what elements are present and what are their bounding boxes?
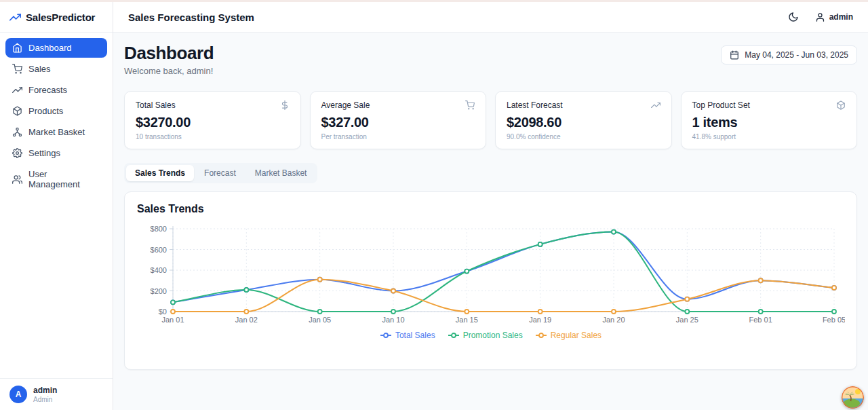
data-point[interactable] [244, 288, 248, 292]
chart-title: Sales Trends [137, 203, 844, 215]
moon-icon [788, 12, 799, 22]
data-point[interactable] [612, 230, 616, 234]
app-root: SalesPredictor Dashboard Sales Forecasts… [0, 2, 868, 410]
series-promotion-sales [171, 230, 836, 314]
sidebar-item-label: Settings [28, 148, 60, 158]
x-axis-tick-label: Jan 05 [309, 316, 331, 324]
stat-card-latest-forecast: Latest Forecast $2098.60 90.0% confidenc… [495, 91, 672, 149]
sales-trends-chart-card: Sales Trends $0$200$400$600$800Jan 01Jan… [124, 191, 857, 370]
tab-market-basket[interactable]: Market Basket [246, 165, 316, 181]
avatar: A [9, 386, 27, 403]
data-point[interactable] [465, 269, 469, 274]
stat-card-average-sale: Average Sale $327.00 Per transaction [310, 91, 487, 149]
topbar-title: Sales Forecasting System [128, 12, 254, 23]
sidebar-item-sales[interactable]: Sales [5, 59, 107, 79]
legend-item-total-sales: Total Sales [380, 331, 435, 340]
date-range-button[interactable]: May 04, 2025 - Jun 03, 2025 [721, 45, 857, 64]
data-point[interactable] [318, 278, 322, 282]
topbar: Sales Forecasting System admin [113, 2, 868, 33]
y-axis-tick-label: $200 [151, 287, 167, 295]
sidebar-item-dashboard[interactable]: Dashboard [5, 38, 107, 58]
data-point[interactable] [391, 310, 395, 314]
data-point[interactable] [171, 310, 175, 314]
legend-marker-icon [380, 332, 392, 339]
tab-forecast[interactable]: Forecast [195, 165, 245, 181]
home-icon [12, 43, 22, 53]
page-subtitle: Welcome back, admin! [124, 66, 214, 76]
package-icon [836, 100, 846, 110]
app-logo[interactable]: SalesPredictor [0, 2, 113, 33]
chart-axes: $0$200$400$600$800Jan 01Jan 02Jan 05Jan … [151, 225, 845, 324]
topbar-user-menu[interactable]: admin [815, 12, 853, 22]
x-axis-tick-label: Feb 05 [823, 316, 845, 324]
main-column: Sales Forecasting System admin Dashboard… [113, 2, 868, 410]
trending-up-icon [9, 12, 21, 23]
user-icon [815, 12, 825, 22]
legend-item-promotion-sales: Promotion Sales [448, 331, 523, 340]
sales-trends-line-chart[interactable]: $0$200$400$600$800Jan 01Jan 02Jan 05Jan … [137, 222, 845, 325]
data-point[interactable] [244, 310, 248, 314]
y-axis-tick-label: $0 [159, 308, 167, 316]
package-icon [12, 106, 22, 116]
sidebar-item-forecasts[interactable]: Forecasts [5, 80, 107, 100]
stat-sub: 10 transactions [136, 133, 290, 141]
stat-card-top-product-set: Top Product Set 1 items 41.8% support [681, 91, 858, 149]
sidebar-item-label: User Management [28, 169, 100, 189]
cart-icon [12, 64, 22, 74]
x-axis-tick-label: Jan 10 [382, 316, 404, 324]
sidebar-item-label: Market Basket [28, 127, 85, 137]
stat-value: $3270.00 [136, 115, 290, 130]
data-point[interactable] [685, 310, 689, 314]
stat-label: Total Sales [136, 100, 176, 110]
y-axis-tick-label: $600 [151, 246, 167, 254]
stats-grid: Total Sales $3270.00 10 transactions Ave… [124, 91, 857, 149]
sidebar-user-role: Admin [33, 396, 57, 403]
data-point[interactable] [391, 289, 395, 293]
sidebar-item-market-basket[interactable]: Market Basket [5, 122, 107, 142]
page-title: Dashboard [124, 43, 214, 64]
island-icon [842, 386, 864, 409]
page-header: Dashboard Welcome back, admin! May 04, 2… [124, 43, 857, 76]
sidebar-item-label: Forecasts [28, 85, 67, 95]
chart-wrap: $0$200$400$600$800Jan 01Jan 02Jan 05Jan … [137, 222, 844, 340]
sidebar-item-label: Sales [28, 64, 51, 74]
legend-marker-icon [448, 332, 460, 339]
island-widget-icon[interactable] [842, 386, 864, 409]
gear-icon [12, 148, 22, 158]
data-point[interactable] [685, 297, 689, 301]
x-axis-tick-label: Jan 25 [676, 316, 698, 324]
sidebar-nav: Dashboard Sales Forecasts Products Marke… [0, 33, 113, 378]
series-total-sales [171, 230, 836, 305]
legend-item-regular-sales: Regular Sales [535, 331, 601, 340]
users-icon [12, 174, 22, 185]
stat-sub: Per transaction [321, 133, 475, 141]
calendar-icon [730, 50, 739, 60]
dark-mode-toggle[interactable] [787, 10, 800, 24]
date-range-label: May 04, 2025 - Jun 03, 2025 [745, 50, 848, 60]
sidebar-item-user-management[interactable]: User Management [5, 164, 107, 194]
stat-card-total-sales: Total Sales $3270.00 10 transactions [124, 91, 301, 149]
legend-marker-icon [535, 332, 547, 339]
data-point[interactable] [832, 286, 836, 290]
sidebar-user-card[interactable]: A admin Admin [0, 378, 113, 410]
data-point[interactable] [759, 310, 763, 314]
data-point[interactable] [538, 310, 542, 314]
data-point[interactable] [832, 310, 836, 314]
stat-label: Average Sale [321, 100, 370, 110]
data-point[interactable] [759, 278, 763, 282]
data-point[interactable] [465, 310, 469, 314]
sidebar-item-settings[interactable]: Settings [5, 143, 107, 163]
topbar-actions: admin [787, 10, 853, 24]
legend-label: Promotion Sales [463, 331, 523, 340]
sidebar-item-label: Products [28, 106, 63, 116]
app-name: SalesPredictor [26, 12, 95, 23]
sidebar-item-label: Dashboard [28, 43, 72, 53]
data-point[interactable] [171, 300, 175, 304]
tab-sales-trends[interactable]: Sales Trends [126, 165, 194, 181]
data-point[interactable] [318, 310, 322, 314]
stat-value: $327.00 [321, 115, 475, 130]
data-point[interactable] [538, 242, 542, 246]
sidebar-item-products[interactable]: Products [5, 101, 107, 121]
stat-value: $2098.60 [507, 115, 660, 130]
data-point[interactable] [612, 310, 616, 314]
